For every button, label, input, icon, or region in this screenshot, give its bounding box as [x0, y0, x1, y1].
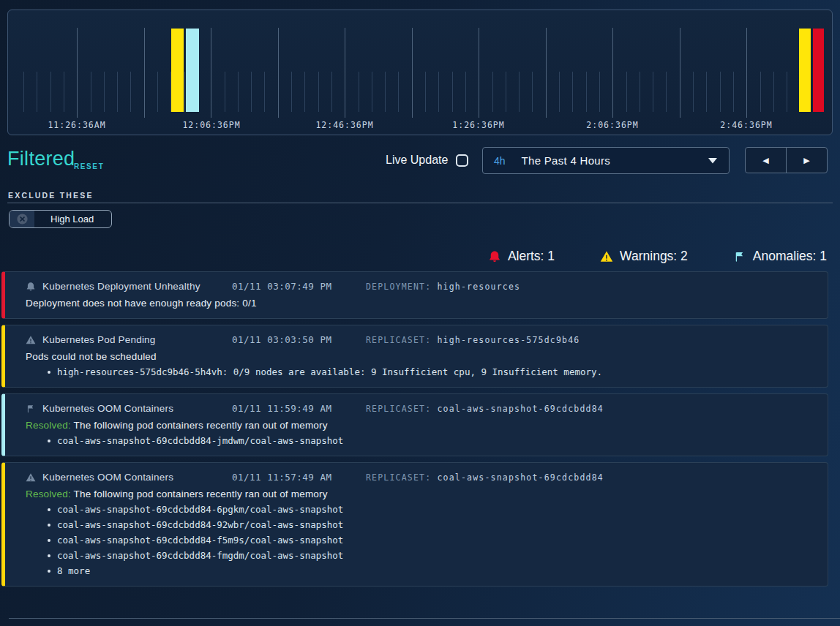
timeline-tick	[546, 28, 547, 118]
timeline-tick	[733, 72, 734, 112]
timeline-tick	[653, 72, 653, 112]
timeline-bar-warning-event[interactable]	[171, 29, 184, 112]
timeline-tick	[331, 72, 332, 112]
card-timestamp: 01/11 03:07:49 PM	[232, 281, 366, 292]
timeline-bar-anomaly-event[interactable]	[186, 29, 199, 112]
chip-label: High Load	[34, 214, 111, 225]
event-card-oom-containers-1[interactable]: Kubernetes OOM Containers 01/11 11:59:49…	[1, 393, 828, 456]
timeline-tick	[465, 72, 466, 112]
timeline-tick	[452, 72, 453, 112]
event-card-deployment-unhealthy[interactable]: Kubernetes Deployment Unhealthy 01/11 03…	[1, 271, 828, 319]
timeline-tick	[304, 72, 305, 112]
card-title: Kubernetes OOM Containers	[42, 403, 173, 414]
card-timestamp: 01/11 03:03:50 PM	[232, 334, 366, 345]
pod-detail-item: coal-aws-snapshot-69cdcbdd84-jmdwm/coal-…	[26, 436, 816, 446]
timeline-tick	[599, 72, 600, 112]
timeline-tick	[398, 72, 399, 112]
pod-detail-item: high-resources-575dc9b46-5h4vh: 0/9 node…	[26, 367, 816, 377]
card-title: Kubernetes Pod Pending	[42, 334, 156, 345]
timeline-tick	[586, 72, 587, 112]
severity-summary-row: Alerts: 1 Warnings: 2 Anomalies: 1	[488, 249, 827, 264]
card-message: Pods could not be scheduled	[26, 351, 816, 362]
axis-tick-label: 12:06:36PM	[182, 120, 240, 130]
event-timeline-chart[interactable]: 11:26:36AM12:06:36PM12:46:36PM1:26:36PM2…	[7, 10, 833, 135]
timeline-tick	[251, 72, 252, 112]
anomalies-count[interactable]: Anomalies: 1	[733, 249, 827, 264]
live-update-label: Live Update	[386, 154, 448, 167]
bottom-divider	[9, 618, 840, 619]
timeline-bar-alert-event[interactable]	[813, 29, 824, 112]
timeline-tick	[612, 28, 613, 118]
card-detail-list: coal-aws-snapshot-69cdcbdd84-jmdwm/coal-…	[26, 436, 816, 446]
timeline-tick	[760, 72, 761, 112]
pod-detail-item: coal-aws-snapshot-69cdcbdd84-f5m9s/coal-…	[26, 535, 816, 546]
warning-triangle-icon	[26, 335, 36, 345]
reset-button[interactable]: RESET	[74, 162, 104, 170]
live-update-checkbox[interactable]	[456, 154, 468, 167]
time-range-badge: 4h	[494, 155, 506, 167]
axis-tick-label: 2:46:36PM	[720, 120, 772, 130]
card-detail-list: high-resources-575dc9b46-5h4vh: 0/9 node…	[26, 367, 816, 377]
pod-detail-item: coal-aws-snapshot-69cdcbdd84-6pgkm/coal-…	[26, 505, 816, 515]
flag-icon	[733, 250, 746, 263]
timeline-tick	[438, 72, 439, 112]
timeline-tick	[278, 28, 279, 118]
timeline-tick	[91, 72, 91, 112]
event-card-oom-containers-2[interactable]: Kubernetes OOM Containers 01/11 11:57:49…	[1, 462, 828, 587]
axis-tick-label: 1:26:36PM	[452, 120, 504, 130]
axis-tick-label: 2:06:36PM	[586, 120, 638, 130]
timeline-tick	[640, 72, 640, 112]
timeline-tick	[104, 72, 105, 112]
timeline-tick	[291, 72, 292, 112]
event-card-pod-pending[interactable]: Kubernetes Pod Pending 01/11 03:03:50 PM…	[1, 325, 828, 388]
card-header: Kubernetes Deployment Unhealthy 01/11 03…	[26, 281, 816, 292]
timeline-tick	[157, 72, 158, 112]
timeline-tick	[359, 72, 359, 112]
timeline-tick	[425, 72, 426, 112]
flag-icon	[26, 404, 36, 414]
timeline-tick	[385, 72, 386, 112]
card-key-value: REPLICASET: high-resources-575dc9b46	[366, 335, 816, 345]
axis-tick-label: 12:46:36PM	[315, 120, 373, 130]
card-timestamp: 01/11 11:59:49 AM	[232, 403, 366, 414]
timeline-tick	[746, 28, 747, 118]
timeline-bar-warning-event[interactable]	[799, 29, 811, 112]
show-more-link[interactable]: 8 more	[26, 566, 816, 576]
timeline-tick	[144, 28, 145, 118]
timeline-tick	[37, 72, 37, 112]
card-key-value: REPLICASET: coal-aws-snapshot-69cdcbdd84	[366, 472, 816, 483]
warnings-count[interactable]: Warnings: 2	[600, 249, 688, 264]
card-key-value: DEPLOYMENT: high-resources	[366, 282, 816, 292]
pod-detail-item: coal-aws-snapshot-69cdcbdd84-fmgdm/coal-…	[26, 551, 816, 561]
card-message: Deployment does not have enough ready po…	[26, 298, 816, 309]
card-timestamp: 01/11 11:57:49 AM	[232, 472, 366, 483]
timeline-tick	[532, 72, 533, 112]
remove-chip-button[interactable]	[10, 211, 34, 227]
timeline-tick	[626, 72, 627, 112]
card-detail-list: coal-aws-snapshot-69cdcbdd84-6pgkm/coal-…	[26, 505, 816, 576]
previous-range-button[interactable]: ◀	[746, 148, 786, 173]
close-circle-icon	[16, 213, 29, 225]
alerts-count[interactable]: Alerts: 1	[488, 249, 555, 264]
time-range-value: The Past 4 Hours	[522, 154, 611, 167]
timeline-tick	[225, 72, 225, 112]
bell-icon	[26, 282, 36, 292]
timeline-tick	[318, 72, 319, 112]
timeline-tick	[559, 72, 560, 112]
warning-triangle-icon	[600, 250, 613, 263]
resolved-badge: Resolved:	[26, 420, 71, 431]
timeline-tick	[693, 72, 694, 112]
next-range-button[interactable]: ▶	[787, 148, 827, 173]
timeline-tick	[787, 72, 787, 112]
exclude-chip-high-load: High Load	[9, 210, 112, 228]
event-card-list: Kubernetes Deployment Unhealthy 01/11 03…	[1, 271, 828, 592]
timeline-tick	[50, 72, 51, 112]
timeline-tick	[572, 72, 573, 112]
timeline-tick	[720, 72, 721, 112]
card-header: Kubernetes OOM Containers 01/11 11:59:49…	[26, 403, 816, 414]
section-divider	[7, 203, 833, 203]
card-title: Kubernetes OOM Containers	[42, 472, 173, 483]
timeline-tick	[492, 72, 493, 112]
time-range-dropdown[interactable]: 4h The Past 4 Hours	[482, 147, 730, 174]
timeline-tick	[412, 28, 413, 118]
